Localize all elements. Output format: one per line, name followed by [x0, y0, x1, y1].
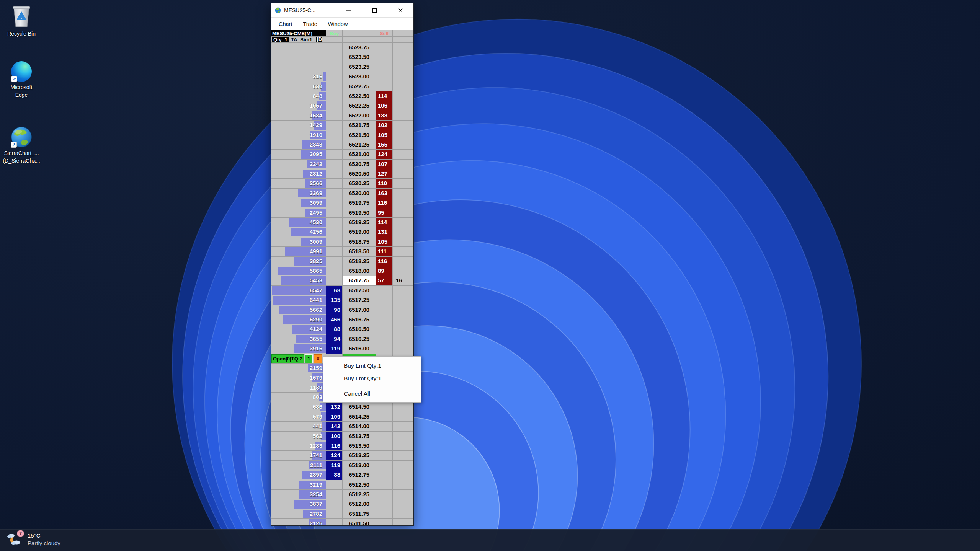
price-cell[interactable]: 6514.00 — [343, 422, 376, 431]
price-cell[interactable]: 6511.75 — [343, 509, 376, 518]
depth-volume-cell[interactable]: 5453 — [271, 276, 326, 285]
price-cell[interactable]: 6519.50 — [343, 208, 376, 217]
buy-qty-cell[interactable] — [326, 121, 343, 130]
price-cell[interactable]: 6513.00 — [343, 461, 376, 470]
sell-qty-cell[interactable] — [376, 52, 393, 62]
price-cell[interactable]: 6519.25 — [343, 218, 376, 227]
buy-qty-cell[interactable]: 94 — [326, 334, 343, 344]
price-cell[interactable]: 6517.00 — [343, 305, 376, 315]
price-cell[interactable]: 6516.25 — [343, 334, 376, 344]
sell-qty-cell[interactable] — [376, 305, 393, 315]
depth-volume-cell[interactable]: 686 — [271, 402, 326, 411]
depth-volume-cell[interactable]: 3219 — [271, 480, 326, 489]
sell-qty-cell[interactable]: 116 — [376, 257, 393, 266]
maximize-button[interactable] — [361, 3, 387, 17]
buy-qty-cell[interactable] — [326, 519, 343, 525]
price-cell[interactable]: 6518.75 — [343, 237, 376, 246]
buy-qty-cell[interactable] — [326, 91, 343, 101]
buy-qty-cell[interactable]: 135 — [326, 295, 343, 305]
price-cell[interactable]: 6521.50 — [343, 130, 376, 140]
sell-qty-cell[interactable] — [376, 432, 393, 441]
depth-volume-cell[interactable]: 441 — [271, 422, 326, 431]
depth-volume-cell[interactable]: 2159 — [271, 364, 326, 373]
sell-qty-cell[interactable] — [376, 62, 393, 72]
depth-volume-cell[interactable]: 2812 — [271, 169, 326, 178]
buy-qty-cell[interactable] — [326, 509, 343, 518]
depth-volume-cell[interactable]: 3099 — [271, 198, 326, 207]
sell-qty-cell[interactable] — [376, 295, 393, 305]
buy-qty-cell[interactable]: 90 — [326, 305, 343, 315]
context-menu-item-cancel-all[interactable]: Cancel All — [323, 387, 421, 400]
buy-qty-cell[interactable] — [326, 266, 343, 276]
buy-qty-cell[interactable] — [326, 490, 343, 499]
sell-qty-cell[interactable]: 105 — [376, 237, 393, 246]
price-cell[interactable]: 6520.50 — [343, 169, 376, 178]
depth-volume-cell[interactable]: 3095 — [271, 150, 326, 159]
price-cell[interactable]: 6523.00 — [343, 72, 376, 81]
cancel-order-button[interactable]: X — [314, 354, 322, 363]
price-cell[interactable]: 6514.50 — [343, 402, 376, 411]
sell-qty-cell[interactable]: 105 — [376, 130, 393, 140]
sell-qty-cell[interactable] — [376, 82, 393, 91]
minimize-button[interactable] — [335, 3, 361, 17]
buy-qty-cell[interactable] — [326, 227, 343, 236]
price-cell[interactable]: 6522.25 — [343, 101, 376, 110]
buy-qty-cell[interactable]: 466 — [326, 315, 343, 324]
context-menu-item-buy-lmt-2[interactable]: Buy Lmt Qty:1 — [323, 372, 421, 385]
price-cell[interactable]: 6512.00 — [343, 499, 376, 509]
sell-qty-cell[interactable] — [376, 43, 393, 52]
menu-window[interactable]: Window — [323, 18, 353, 31]
sell-qty-cell[interactable]: 116 — [376, 198, 393, 207]
buy-qty-cell[interactable] — [326, 62, 343, 72]
depth-volume-cell[interactable]: 2495 — [271, 208, 326, 217]
sell-qty-cell[interactable]: 95 — [376, 208, 393, 217]
sell-qty-cell[interactable]: 163 — [376, 189, 393, 198]
sell-qty-cell[interactable]: 107 — [376, 160, 393, 169]
sell-qty-cell[interactable]: 131 — [376, 227, 393, 236]
sell-qty-cell[interactable]: 57 — [376, 276, 393, 285]
price-cell[interactable]: 6513.75 — [343, 432, 376, 441]
depth-volume-cell[interactable]: 4256 — [271, 227, 326, 236]
sell-qty-cell[interactable] — [376, 441, 393, 450]
trade-account-label[interactable]: TA: Sim1 — [291, 37, 312, 42]
depth-volume-cell[interactable]: 4991 — [271, 247, 326, 256]
sell-qty-cell[interactable] — [376, 402, 393, 411]
buy-qty-cell[interactable]: 100 — [326, 432, 343, 441]
depth-volume-cell[interactable]: 803 — [271, 393, 326, 402]
sell-qty-cell[interactable] — [376, 499, 393, 509]
buy-qty-cell[interactable]: 68 — [326, 286, 343, 295]
price-cell[interactable]: 6518.25 — [343, 257, 376, 266]
price-cell[interactable]: 6512.25 — [343, 490, 376, 499]
context-menu-item-buy-lmt-1[interactable]: Buy Lmt Qty:1 — [323, 359, 421, 372]
depth-volume-cell[interactable]: 3369 — [271, 189, 326, 198]
menu-chart[interactable]: Chart — [273, 18, 297, 31]
depth-volume-cell[interactable]: 1741 — [271, 451, 326, 460]
depth-volume-cell[interactable] — [271, 62, 326, 72]
price-cell[interactable]: 6516.75 — [343, 315, 376, 324]
price-cell[interactable]: 6523.75 — [343, 43, 376, 52]
buy-qty-cell[interactable]: 142 — [326, 422, 343, 431]
buy-qty-cell[interactable] — [326, 101, 343, 110]
buy-qty-cell[interactable]: 116 — [326, 441, 343, 450]
sell-qty-cell[interactable] — [376, 519, 393, 525]
buy-qty-cell[interactable] — [326, 480, 343, 489]
depth-volume-cell[interactable]: 6441 — [271, 295, 326, 305]
price-cell[interactable]: 6516.00 — [343, 344, 376, 353]
buy-qty-cell[interactable] — [326, 257, 343, 266]
sell-qty-cell[interactable] — [376, 509, 393, 518]
buy-qty-cell[interactable]: 88 — [326, 324, 343, 334]
buy-qty-cell[interactable] — [326, 111, 343, 120]
buy-qty-cell[interactable] — [326, 160, 343, 169]
price-cell[interactable]: 6519.00 — [343, 227, 376, 236]
depth-volume-cell[interactable]: 1139 — [271, 383, 326, 392]
sell-qty-cell[interactable] — [376, 324, 393, 334]
price-cell[interactable]: 6518.50 — [343, 247, 376, 256]
sell-qty-cell[interactable]: 110 — [376, 179, 393, 188]
buy-qty-cell[interactable]: 119 — [326, 461, 343, 470]
buy-qty-cell[interactable]: 132 — [326, 402, 343, 411]
order-quantity-display[interactable]: Qty: 1 — [272, 37, 289, 42]
price-cell[interactable]: 6521.00 — [343, 150, 376, 159]
depth-volume-cell[interactable]: 6547 — [271, 286, 326, 295]
desktop-icon-recycle-bin[interactable]: Recycle Bin — [3, 4, 40, 37]
depth-volume-cell[interactable]: 1679 — [271, 373, 326, 382]
